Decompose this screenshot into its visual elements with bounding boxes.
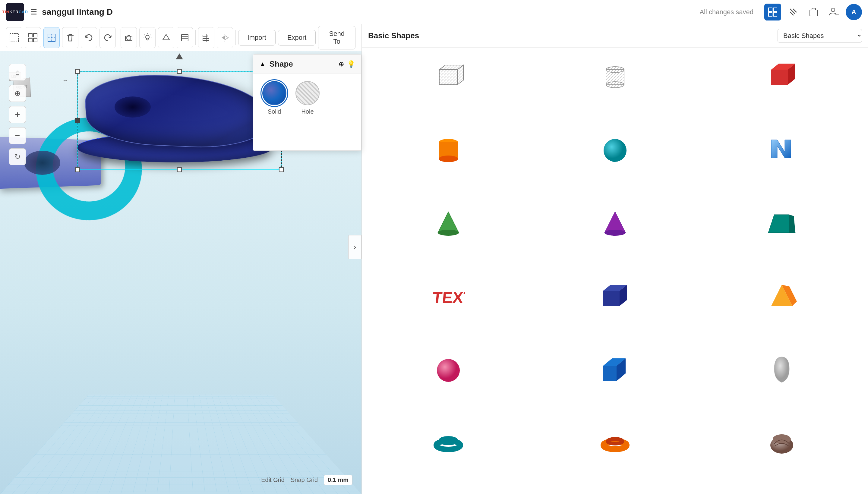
- svg-marker-47: [439, 70, 457, 85]
- svg-marker-23: [163, 34, 169, 40]
- solid-option[interactable]: Solid: [262, 81, 286, 115]
- svg-marker-54: [771, 70, 788, 85]
- ungroup-tool[interactable]: [43, 27, 60, 48]
- send-to-button[interactable]: Send To: [318, 26, 355, 50]
- shape-item-donut-orange[interactable]: [591, 420, 639, 468]
- shape-item-green-pyramid[interactable]: [424, 200, 472, 248]
- sel-handle-top-arrow[interactable]: [176, 53, 183, 59]
- shape-item-walnut[interactable]: [758, 420, 806, 468]
- mirror-btn[interactable]: [217, 27, 233, 48]
- panel-save-icon[interactable]: ⊕: [339, 60, 344, 68]
- sel-handle-tm[interactable]: [177, 69, 182, 74]
- svg-marker-68: [603, 291, 620, 306]
- zoom-in-btn[interactable]: +: [9, 106, 26, 123]
- svg-marker-61: [438, 212, 459, 233]
- panel-toggle-chevron[interactable]: ›: [348, 235, 361, 259]
- svg-rect-24: [182, 34, 188, 41]
- top-navigation: TIN KER CAD ☰ sanggul lintang D All chan…: [0, 0, 868, 24]
- svg-point-17: [146, 35, 149, 39]
- shape-item-yellow-pyramid[interactable]: [758, 273, 806, 321]
- shape-item-teal-trapezoid[interactable]: [758, 200, 806, 248]
- svg-marker-32: [225, 36, 228, 40]
- rotate-btn[interactable]: ↻: [9, 148, 26, 165]
- sel-handle-br[interactable]: [279, 167, 284, 172]
- svg-point-73: [437, 359, 460, 382]
- fit-view-btn[interactable]: ⊕: [9, 85, 26, 102]
- undo-tool[interactable]: [81, 27, 97, 48]
- zoom-out-btn[interactable]: −: [9, 127, 26, 144]
- hole-label: Hole: [301, 108, 314, 115]
- snap-grid-label: Snap Grid: [291, 476, 318, 483]
- svg-line-21: [145, 35, 145, 35]
- shape-item-cyl-hatched[interactable]: [591, 53, 639, 101]
- shape-item-teal-sphere[interactable]: [591, 126, 639, 174]
- hole-option[interactable]: Hole: [296, 81, 320, 115]
- panel-collapse-arrow[interactable]: ▲: [259, 60, 266, 68]
- projects-button[interactable]: [805, 4, 822, 20]
- svg-rect-11: [29, 38, 32, 42]
- shape-item-red-box[interactable]: [758, 53, 806, 101]
- shape-item-box-hatched[interactable]: [424, 53, 472, 101]
- geometry-btn[interactable]: [158, 27, 174, 48]
- svg-text:TEXT: TEXT: [432, 289, 465, 306]
- align-btn[interactable]: [198, 27, 214, 48]
- avatar[interactable]: A: [846, 4, 862, 20]
- shape-item-teardrop[interactable]: [758, 346, 806, 395]
- nav-right-controls: A: [764, 4, 862, 20]
- svg-point-64: [604, 230, 626, 236]
- svg-marker-31: [222, 36, 225, 40]
- shape-item-text-3d[interactable]: TEXT: [424, 273, 472, 321]
- shape-item-pink-sphere[interactable]: [424, 346, 472, 395]
- view-camera-btn[interactable]: [120, 27, 137, 48]
- select-box-tool[interactable]: [6, 27, 22, 48]
- redo-tool[interactable]: [99, 27, 116, 48]
- app-logo: TIN KER CAD: [6, 3, 24, 21]
- menu-icon[interactable]: ☰: [30, 7, 37, 17]
- save-status: All changes saved: [699, 8, 753, 16]
- panel-bulb-icon[interactable]: 💡: [347, 60, 355, 68]
- solid-label: Solid: [268, 108, 281, 115]
- snap-grid-value[interactable]: 0.1 mm: [324, 475, 353, 485]
- svg-rect-12: [34, 38, 37, 42]
- layers-btn[interactable]: [177, 27, 193, 48]
- inner-hole: [115, 96, 151, 117]
- sel-handle-left-arrows: ↔: [62, 77, 68, 84]
- svg-point-60: [604, 139, 626, 162]
- base-plate-hole: [24, 151, 60, 175]
- shape-item-navy-cube[interactable]: [591, 346, 639, 395]
- svg-marker-66: [789, 215, 795, 233]
- svg-rect-2: [769, 13, 772, 16]
- import-button[interactable]: Import: [238, 30, 276, 45]
- group-tool[interactable]: [25, 27, 41, 48]
- panel-header-icons: ⊕ 💡: [339, 60, 355, 68]
- tools-button[interactable]: [785, 4, 802, 20]
- edit-grid-button[interactable]: Edit Grid: [261, 476, 285, 483]
- grid-controls: Edit Grid Snap Grid 0.1 mm: [261, 475, 353, 485]
- svg-marker-74: [603, 366, 617, 381]
- sel-handle-bm[interactable]: [177, 167, 182, 172]
- document-title[interactable]: sanggul lintang D: [42, 7, 695, 17]
- svg-rect-0: [769, 8, 772, 12]
- svg-point-16: [127, 36, 131, 40]
- svg-line-19: [150, 35, 150, 35]
- shape-item-torus[interactable]: [424, 420, 472, 468]
- svg-rect-1: [773, 8, 777, 12]
- grid-view-button[interactable]: [764, 4, 781, 20]
- add-user-button[interactable]: [826, 4, 842, 20]
- shapes-category-header: Basic Shapes Basic Shapes: [362, 24, 868, 48]
- export-button[interactable]: Export: [278, 30, 316, 45]
- home-view-btn[interactable]: ⌂: [9, 64, 26, 81]
- delete-tool[interactable]: [62, 27, 78, 48]
- svg-point-59: [439, 155, 458, 162]
- light-toggle-btn[interactable]: [139, 27, 155, 48]
- sel-handle-tl[interactable]: [75, 69, 80, 74]
- shape-item-orange-cylinder[interactable]: [424, 126, 472, 174]
- shape-item-purple-pyramid[interactable]: [591, 200, 639, 248]
- shapes-category-select[interactable]: Basic Shapes: [777, 29, 862, 42]
- hole-circle[interactable]: [296, 81, 320, 105]
- svg-rect-10: [34, 34, 37, 37]
- shape-item-dark-box[interactable]: [591, 273, 639, 321]
- shape-item-blue-n-shape[interactable]: [758, 126, 806, 174]
- shape-panel: ▲ Shape ⊕ 💡 Solid Hole: [253, 54, 361, 151]
- solid-circle[interactable]: [262, 81, 286, 105]
